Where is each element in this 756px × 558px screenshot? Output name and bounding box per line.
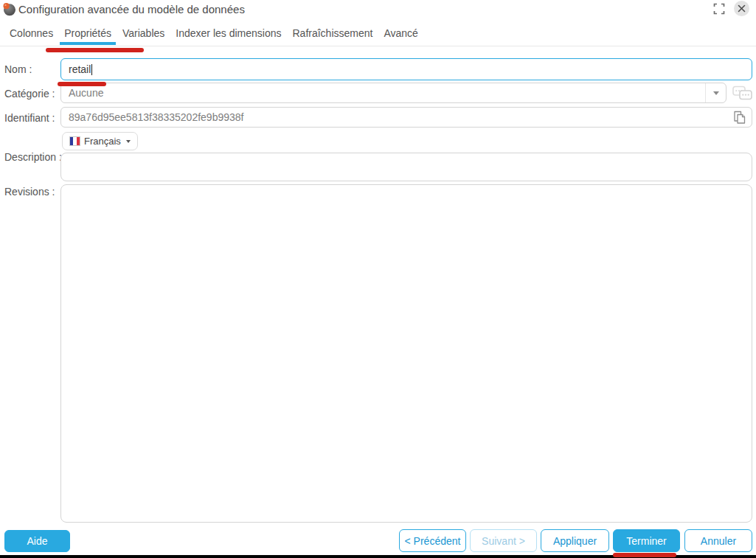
copy-icon[interactable]: [732, 111, 746, 125]
identifiant-field[interactable]: 89a76d95ee5813f38335202fe9b9938f: [60, 107, 752, 128]
close-button[interactable]: [734, 1, 749, 16]
description-label: Description :: [4, 151, 62, 163]
appliquer-button[interactable]: Appliquer: [541, 529, 609, 552]
annotation-underline-proprietes: [46, 48, 144, 52]
annuler-button[interactable]: Annuler: [684, 529, 752, 552]
close-icon: [738, 4, 746, 13]
precedent-button[interactable]: < Précédent: [399, 529, 466, 552]
aide-button[interactable]: Aide: [4, 530, 70, 552]
nom-input[interactable]: retail: [60, 58, 752, 80]
dialog-title: Configuration avancée du modèle de donné…: [18, 3, 245, 15]
chevron-down-icon: [713, 91, 719, 95]
tab-avance[interactable]: Avancé: [384, 27, 417, 45]
revisions-label: Revisions :: [4, 186, 55, 198]
language-selector[interactable]: Français: [62, 132, 138, 150]
nom-label: Nom :: [4, 63, 32, 75]
categorie-dropdown-button[interactable]: [705, 83, 726, 102]
french-flag-icon: [69, 136, 80, 146]
nom-value: retail: [69, 63, 91, 75]
identifiant-value: 89a76d95ee5813f38335202fe9b9938f: [69, 111, 243, 123]
tab-divider: [0, 46, 756, 46]
tab-proprietes[interactable]: Propriétés: [64, 27, 111, 45]
categorie-label: Catégorie :: [4, 88, 55, 100]
tab-colonnes[interactable]: Colonnes: [10, 27, 53, 45]
chevron-down-icon: [126, 140, 131, 143]
categories-icon[interactable]: [732, 84, 754, 102]
tab-variables[interactable]: Variables: [122, 27, 164, 45]
text-caret: [91, 64, 92, 75]
suivant-button[interactable]: Suivant >: [470, 529, 537, 552]
terminer-button[interactable]: Terminer: [613, 529, 680, 552]
annotation-underline-terminer: [613, 553, 676, 557]
model-sphere-icon: [2, 2, 16, 16]
description-textarea[interactable]: [60, 153, 752, 181]
tab-indexer-les-dimensions[interactable]: Indexer les dimensions: [176, 27, 281, 45]
categorie-select[interactable]: Aucune: [60, 83, 726, 103]
maximize-icon[interactable]: [713, 3, 725, 15]
annotation-underline-nom: [58, 82, 106, 86]
language-label: Français: [84, 136, 121, 147]
tab-bar: Colonnes Propriétés Variables Indexer le…: [10, 27, 418, 45]
revisions-panel[interactable]: [60, 184, 752, 523]
identifiant-label: Identifiant :: [4, 112, 55, 124]
categorie-value: Aucune: [61, 87, 705, 99]
tab-rafraichissement[interactable]: Rafraîchissement: [292, 27, 372, 45]
